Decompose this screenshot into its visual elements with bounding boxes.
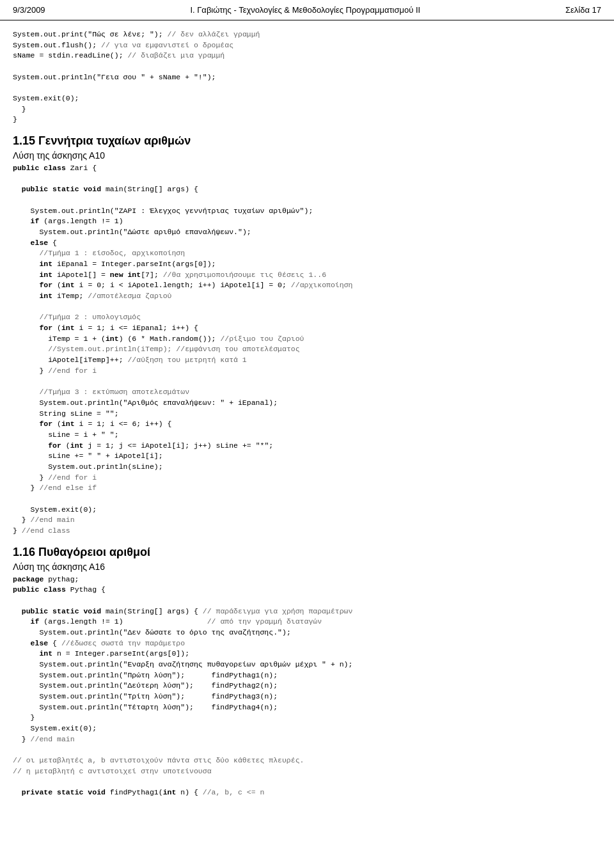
section-115-heading: 1.15 Γεννήτρια τυχαίων αριθμών: [13, 134, 601, 148]
page-header: 9/3/2009 Ι. Γαβιώτης - Τεχνολογίες & Μεθ…: [0, 0, 614, 20]
top-code-block: System.out.print("Πώς σε λένε; "); // δε…: [13, 29, 601, 125]
header-page: Σελίδα 17: [565, 5, 601, 15]
section-116-heading: 1.16 Πυθαγόρειοι αριθμοί: [13, 546, 601, 559]
section-115: 1.15 Γεννήτρια τυχαίων αριθμών Λύση της …: [13, 134, 601, 537]
section-115-code: public class Zari { public static void m…: [13, 163, 601, 537]
section-116-solution: Λύση της άσκησης Α16: [13, 562, 601, 572]
header-date: 9/3/2009: [13, 5, 45, 15]
header-title: Ι. Γαβιώτης - Τεχνολογίες & Μεθοδολογίες…: [190, 5, 420, 15]
page-wrapper: 9/3/2009 Ι. Γαβιώτης - Τεχνολογίες & Μεθ…: [0, 0, 614, 816]
top-code: System.out.print("Πώς σε λένε; "); // δε…: [13, 29, 601, 125]
section-116: 1.16 Πυθαγόρειοι αριθμοί Λύση της άσκηση…: [13, 546, 601, 798]
section-115-solution: Λύση της άσκησης Α10: [13, 150, 601, 161]
section-116-code: package pythag; public class Pythag { pu…: [13, 574, 601, 798]
page-content: System.out.print("Πώς σε λένε; "); // δε…: [0, 20, 614, 816]
